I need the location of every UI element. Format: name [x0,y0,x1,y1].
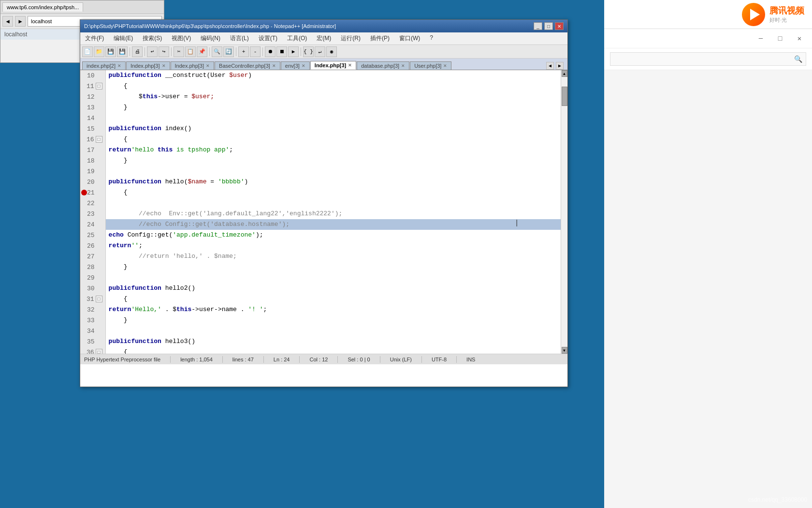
toolbar-replace[interactable]: 🔄 [223,46,234,57]
tencent-close[interactable]: ✕ [793,32,806,45]
code-line-15[interactable]: public function index() [106,123,561,134]
tab-close-icon[interactable]: ✕ [272,63,276,68]
menu-language[interactable]: 语言(L) [227,33,252,44]
code-line-11[interactable]: { [106,81,561,91]
code-line-23[interactable]: //echo Env::get('lang.default_lang22','e… [106,209,561,219]
code-line-30[interactable]: public function hello2() [106,283,561,294]
toolbar-zoomin[interactable]: + [238,46,249,57]
tab-close-icon[interactable]: ✕ [401,63,405,68]
menu-window[interactable]: 窗口(W) [396,33,423,44]
toolbar-syntax[interactable]: { } [303,46,314,57]
toolbar-undo[interactable]: ↩ [147,46,158,57]
browser-tab-1[interactable]: www.tp6.com/index.php/tpsh... [2,2,83,12]
breakpoint-icon[interactable] [81,190,87,195]
menu-edit[interactable]: 编辑(E) [111,33,136,44]
menu-run[interactable]: 运行(R) [338,33,363,44]
tab-close-icon[interactable]: ✕ [117,63,121,68]
code-line-25[interactable]: echo Config::get('app.default_timezone')… [106,230,561,240]
code-line-26[interactable]: return ''; [106,240,561,251]
menu-tools[interactable]: 工具(O) [284,33,310,44]
scroll-up-arrow[interactable]: ▲ [562,70,567,77]
scroll-down-arrow[interactable]: ▼ [562,347,567,354]
code-line-12[interactable]: $this->user = $user; [106,91,561,102]
code-line-34[interactable] [106,326,561,336]
code-line-28[interactable]: } [106,262,561,272]
toolbar-new[interactable]: 📄 [82,46,93,57]
code-line-33[interactable]: } [106,315,561,326]
tencent-search-input[interactable] [610,52,806,66]
code-line-32[interactable]: return 'Hello,' . $this->user->name . '!… [106,304,561,315]
code-line-21[interactable]: { [106,187,561,198]
line-number-14: 14 [80,113,105,123]
code-line-36[interactable]: { [106,347,561,354]
tab-index-php3-1[interactable]: Index.php[3]✕ [126,61,170,70]
code-content[interactable]: public function __construct(User $user) … [106,70,561,354]
tencent-maximize[interactable]: □ [773,32,787,45]
toolbar-copy[interactable]: 📋 [185,46,196,57]
menu-plugins[interactable]: 插件(P) [367,33,392,44]
toolbar-saveall[interactable]: 💾 [117,46,128,57]
toolbar-wrap[interactable]: ↵ [315,46,325,57]
maximize-button[interactable]: □ [544,22,553,30]
toolbar-find[interactable]: 🔍 [212,46,222,57]
menu-encoding[interactable]: 编码(N) [198,33,223,44]
tencent-minimize[interactable]: ─ [754,32,768,45]
code-line-10[interactable]: public function __construct(User $user) [106,70,561,81]
tab-database[interactable]: database.php[3]✕ [357,61,409,70]
tab-basecontroller[interactable]: BaseController.php[3]✕ [215,61,280,70]
toolbar-redo[interactable]: ↪ [159,46,169,57]
code-line-35[interactable]: public function hello3() [106,336,561,347]
tab-index-php2[interactable]: index.php[2]✕ [82,61,126,70]
menu-file[interactable]: 文件(F) [82,33,107,44]
code-line-31[interactable]: { [106,294,561,304]
toolbar-paste[interactable]: 📌 [197,46,207,57]
tab-close-icon[interactable]: ✕ [302,63,305,68]
menu-help[interactable]: ? [427,33,436,44]
toolbar-zoomout[interactable]: - [250,46,261,57]
code-line-14[interactable] [106,113,561,123]
toolbar-cut[interactable]: ✂ [174,46,184,57]
tab-close-icon[interactable]: ✕ [206,63,210,68]
fold-icon[interactable]: □ [96,136,102,143]
code-line-22[interactable] [106,198,561,209]
tab-env[interactable]: env[3]✕ [281,61,310,70]
code-editor-area[interactable]: 1011□1213141516□171819202122232425262728… [80,70,567,354]
fold-icon[interactable]: □ [96,296,102,302]
tab-close-icon[interactable]: ✕ [348,63,352,68]
tab-index-active[interactable]: Index.php[3]✕ [310,61,356,70]
code-line-29[interactable] [106,272,561,283]
toolbar-macro[interactable]: ⏺ [265,46,276,57]
toolbar-open[interactable]: 📁 [94,46,104,57]
tab-user[interactable]: User.php[3]✕ [410,61,451,70]
tab-scroll-left[interactable]: ◀ [546,62,554,70]
code-line-16[interactable]: { [106,134,561,145]
menu-settings[interactable]: 设置(T) [256,33,280,44]
toolbar-print[interactable]: 🖨 [132,46,143,57]
tab-index-php3-2[interactable]: Index.php[3]✕ [171,61,215,70]
toolbar-macro-play[interactable]: ▶ [288,46,299,57]
tab-close-icon[interactable]: ✕ [162,63,166,68]
menu-search[interactable]: 搜索(S) [140,33,165,44]
back-button[interactable]: ◀ [2,16,13,27]
tab-close-icon[interactable]: ✕ [443,63,447,68]
menu-macro[interactable]: 宏(M) [314,33,334,44]
fold-icon[interactable]: □ [96,83,102,90]
code-line-20[interactable]: public function hello($name = 'bbbbb') [106,177,561,187]
menu-view[interactable]: 视图(V) [169,33,194,44]
forward-button[interactable]: ▶ [15,16,26,27]
code-line-13[interactable]: } [106,102,561,113]
scrollbar-thumb[interactable] [562,87,567,106]
code-line-24[interactable]: //echo Config::get('database.hostname'); [106,219,561,230]
close-button[interactable]: ✕ [555,22,564,30]
tab-scroll-right[interactable]: ▶ [556,62,564,70]
fold-icon[interactable]: □ [96,349,102,354]
minimize-button[interactable]: _ [534,22,542,30]
code-line-17[interactable]: return 'hello this is tpshop app'; [106,145,561,155]
toolbar-focus[interactable]: ◉ [326,46,337,57]
vertical-scrollbar[interactable]: ▲ ▼ [561,70,567,354]
toolbar-save[interactable]: 💾 [105,46,116,57]
code-line-18[interactable]: } [106,155,561,166]
code-line-27[interactable]: //return 'hello,' . $name; [106,251,561,262]
code-line-19[interactable] [106,166,561,177]
toolbar-macro-stop[interactable]: ⏹ [276,46,287,57]
